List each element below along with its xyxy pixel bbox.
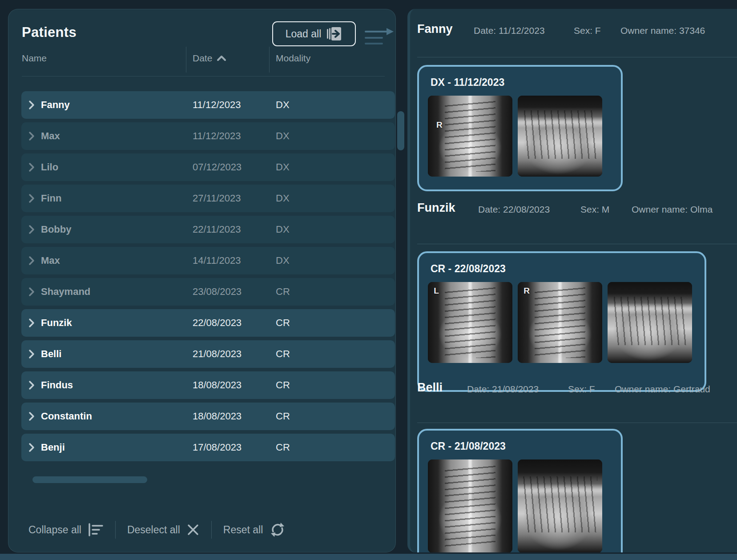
patient-name: Constantin	[41, 411, 92, 422]
patient-date: 07/12/2023	[193, 161, 242, 173]
chevron-right-icon[interactable]	[28, 411, 35, 421]
app-window: Patients Load all Name	[0, 0, 737, 560]
patient-date: 11/12/2023	[193, 130, 241, 142]
xray-thumbnail[interactable]	[518, 459, 602, 552]
patient-modality: CR	[276, 348, 290, 360]
section-rule	[417, 423, 737, 423]
section-date: Date: 22/08/2023	[478, 204, 550, 215]
patient-modality: DX	[276, 99, 290, 111]
patient-date: 22/08/2023	[193, 317, 242, 329]
section-rule	[417, 244, 737, 244]
patient-name: Shaymand	[41, 286, 90, 298]
chevron-right-icon[interactable]	[28, 162, 35, 172]
chevron-right-icon[interactable]	[28, 349, 35, 359]
patient-name: Bobby	[41, 224, 71, 235]
section-patient-name: Funzik	[417, 201, 455, 215]
chevron-right-icon[interactable]	[28, 131, 35, 141]
patient-date: 18/08/2023	[193, 379, 242, 391]
patient-row-fanny[interactable]: Fanny 11/12/2023 DX	[21, 91, 395, 119]
patient-name: Benji	[41, 442, 65, 453]
xray-thumbnail[interactable]	[608, 282, 692, 363]
patient-row-finn[interactable]: Finn 27/11/2023 DX	[21, 185, 395, 212]
section-owner: Owner name: Gertraud	[615, 384, 710, 395]
section-patient-name: Belli	[417, 381, 443, 395]
laterality-marker: R	[436, 120, 443, 130]
patient-modality: DX	[276, 161, 290, 173]
chevron-right-icon[interactable]	[28, 380, 35, 390]
xray-thumbnail[interactable]: R	[518, 282, 602, 363]
patient-row-max-2[interactable]: Max 14/11/2023 DX	[21, 247, 395, 274]
patient-list: Fanny 11/12/2023 DX Max 11/12/2023 DX Li…	[8, 9, 395, 552]
xray-thumbnail[interactable]	[428, 459, 512, 552]
bottom-bar	[0, 554, 737, 560]
collapse-all-label: Collapse all	[28, 524, 81, 536]
study-card-title: DX - 11/12/2023	[431, 77, 612, 89]
patients-panel: Patients Load all Name	[8, 9, 396, 552]
study-card-title: CR - 21/08/2023	[431, 440, 612, 452]
footer-divider	[211, 521, 212, 539]
patient-modality: CR	[276, 411, 290, 422]
patient-modality: DX	[276, 130, 290, 142]
section-sex: Sex: F	[574, 25, 601, 36]
section-sex: Sex: F	[568, 384, 595, 395]
section-date: Date: 11/12/2023	[474, 25, 545, 36]
patient-row-findus[interactable]: Findus 18/08/2023 CR	[21, 371, 395, 399]
study-card-fanny[interactable]: DX - 11/12/2023 R	[417, 65, 623, 191]
patient-date: 17/08/2023	[193, 442, 242, 453]
chevron-right-icon[interactable]	[28, 100, 35, 110]
patient-name: Max	[41, 255, 60, 266]
patient-row-constantin[interactable]: Constantin 18/08/2023 CR	[21, 403, 395, 430]
xray-thumbnail[interactable]: R	[428, 96, 512, 177]
reset-all-button[interactable]: Reset all	[223, 522, 286, 538]
patient-row-belli[interactable]: Belli 21/08/2023 CR	[21, 340, 395, 368]
patient-modality: CR	[276, 317, 290, 329]
laterality-marker: R	[524, 286, 530, 296]
section-owner: Owner name: Olma	[632, 204, 713, 215]
patient-modality: CR	[276, 286, 290, 298]
patient-row-bobby[interactable]: Bobby 22/11/2023 DX	[21, 216, 395, 243]
xray-thumbnail[interactable]	[518, 96, 602, 177]
footer-divider	[115, 521, 116, 539]
patient-modality: DX	[276, 255, 290, 266]
chevron-right-icon[interactable]	[28, 318, 35, 328]
collapse-all-button[interactable]: Collapse all	[28, 523, 104, 537]
patient-date: 14/11/2023	[193, 255, 241, 266]
section-patient-name: Fanny	[417, 22, 453, 36]
chevron-right-icon[interactable]	[28, 193, 35, 203]
loaded-studies-panel: Fanny Date: 11/12/2023 Sex: F Owner name…	[407, 9, 737, 552]
patient-name: Max	[41, 130, 60, 142]
patient-modality: DX	[276, 224, 290, 235]
chevron-right-icon[interactable]	[28, 256, 35, 266]
section-sex: Sex: M	[580, 204, 609, 215]
patient-modality: CR	[276, 379, 290, 391]
chevron-right-icon[interactable]	[28, 287, 35, 297]
thumbnail-row	[428, 459, 612, 552]
horizontal-scrollbar[interactable]	[32, 476, 147, 483]
deselect-all-button[interactable]: Deselect all	[127, 523, 200, 536]
patient-row-funzik[interactable]: Funzik 22/08/2023 CR	[21, 309, 395, 337]
study-card-funzik[interactable]: CR - 22/08/2023 L R	[417, 251, 706, 392]
patient-row-lilo[interactable]: Lilo 07/12/2023 DX	[21, 153, 395, 181]
patient-name: Fanny	[41, 99, 70, 111]
patient-modality: DX	[276, 193, 290, 204]
patient-date: 21/08/2023	[193, 348, 242, 360]
patient-name: Finn	[41, 193, 61, 204]
chevron-right-icon[interactable]	[28, 225, 35, 234]
vertical-scrollbar[interactable]	[397, 111, 404, 150]
patient-date: 23/08/2023	[193, 286, 242, 298]
patient-date: 27/11/2023	[193, 193, 241, 204]
xray-thumbnail[interactable]: L	[428, 282, 512, 363]
patient-row-max[interactable]: Max 11/12/2023 DX	[21, 122, 395, 150]
collapse-all-icon	[88, 523, 104, 537]
patient-name: Belli	[41, 348, 61, 360]
chevron-right-icon[interactable]	[28, 443, 35, 452]
patient-row-benji[interactable]: Benji 17/08/2023 CR	[21, 434, 395, 461]
patient-name: Lilo	[41, 161, 58, 173]
reset-all-label: Reset all	[223, 524, 263, 536]
section-rule	[417, 57, 737, 57]
study-card-belli[interactable]: CR - 21/08/2023	[417, 429, 623, 552]
patient-date: 22/11/2023	[193, 224, 241, 235]
laterality-marker: L	[434, 286, 439, 296]
patient-date: 11/12/2023	[193, 99, 241, 111]
patient-row-shaymand[interactable]: Shaymand 23/08/2023 CR	[21, 278, 395, 306]
